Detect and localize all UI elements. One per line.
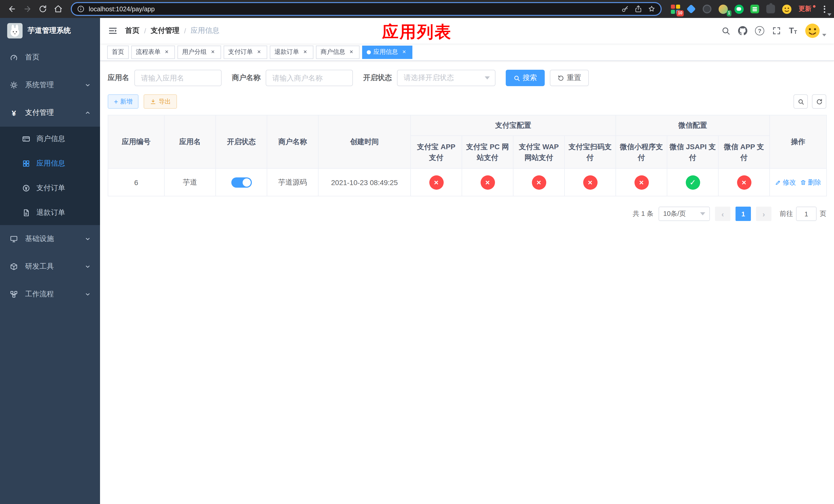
tab-home[interactable]: 首页 — [107, 45, 129, 59]
page-size-value: 10条/页 — [663, 209, 686, 219]
toggle-search-button[interactable] — [793, 94, 808, 109]
chevron-down-icon — [85, 291, 91, 297]
ext-grid-icon[interactable]: 10 — [670, 4, 681, 14]
chevron-down-icon — [85, 82, 91, 88]
ext-wechat-icon[interactable] — [733, 4, 744, 14]
fullscreen-icon[interactable] — [772, 26, 781, 36]
edit-link[interactable]: 修改 — [775, 178, 796, 187]
toolbar-right — [793, 94, 826, 109]
add-button[interactable]: + 新增 — [108, 94, 138, 109]
sidebar-item-label: 工作流程 — [25, 290, 78, 299]
col-header-alipay-qr: 支付宝扫码支付 — [565, 136, 616, 168]
col-header-created: 创建时间 — [318, 115, 411, 168]
tab-refund-orders[interactable]: 退款订单 × — [270, 45, 313, 59]
ext-puzzle-icon[interactable] — [765, 4, 776, 14]
extensions-area: 10 1 — [668, 4, 794, 14]
ext-avatar-icon[interactable]: 1 — [718, 4, 728, 14]
status-select[interactable]: 请选择开启状态 — [397, 70, 496, 86]
export-button[interactable]: 导出 — [144, 94, 177, 109]
status-cross-icon: × — [583, 175, 597, 189]
goto-page-input[interactable] — [796, 207, 816, 221]
sidebar-item-home[interactable]: 首页 — [0, 44, 100, 71]
sidebar-item-merchant-info[interactable]: 商户信息 — [0, 127, 100, 151]
tab-app-info[interactable]: 应用信息 × — [362, 45, 412, 59]
row-status-toggle[interactable] — [231, 177, 251, 187]
share-icon[interactable] — [635, 5, 642, 13]
refresh-table-button[interactable] — [812, 94, 826, 109]
question-glyph: ? — [758, 28, 761, 34]
tab-close-icon[interactable]: × — [209, 48, 216, 55]
next-page-button[interactable]: › — [756, 207, 771, 221]
tab-close-icon[interactable]: × — [302, 48, 309, 55]
forward-icon[interactable] — [21, 2, 34, 16]
page-number-1[interactable]: 1 — [736, 207, 751, 221]
address-bar[interactable]: localhost:1024/pay/app — [71, 2, 662, 16]
tab-process-form[interactable]: 流程表单 × — [131, 45, 175, 59]
status-select-placeholder: 请选择开启状态 — [404, 73, 454, 83]
reload-icon[interactable] — [36, 2, 49, 16]
ext-dark-circle-icon[interactable] — [702, 4, 712, 14]
group-header-alipay: 支付宝配置 — [411, 115, 616, 136]
sidebar-item-label: 基础设施 — [25, 234, 78, 244]
cell-wechat-jsapi-status: ✓ — [667, 168, 718, 196]
cell-status — [216, 168, 267, 196]
tab-close-icon[interactable]: × — [348, 48, 355, 55]
dashboard-icon — [9, 53, 19, 62]
browser-menu-icon[interactable] — [820, 3, 829, 15]
url-text[interactable]: localhost:1024/pay/app — [89, 5, 617, 13]
workflow-icon — [9, 290, 19, 298]
app-logo[interactable]: 芋道管理系统 — [0, 18, 100, 44]
tab-close-icon[interactable]: × — [401, 48, 408, 55]
sidebar-item-payment-orders[interactable]: 支付订单 — [0, 176, 100, 201]
help-icon[interactable]: ? — [755, 26, 764, 36]
status-cross-icon: × — [737, 175, 751, 189]
merchant-name-input[interactable] — [266, 70, 353, 86]
update-button[interactable]: 更新 — [796, 5, 818, 13]
password-key-icon[interactable] — [621, 5, 629, 13]
reset-button[interactable]: 重置 — [550, 70, 589, 86]
ext-gem-icon[interactable] — [686, 4, 697, 14]
header-search-icon[interactable] — [721, 26, 730, 36]
ext-notes-icon[interactable] — [749, 4, 760, 14]
delete-link[interactable]: 删除 — [800, 178, 821, 187]
user-avatar[interactable] — [805, 23, 826, 39]
sidebar-item-system[interactable]: 系统管理 — [0, 71, 100, 99]
status-label: 开启状态 — [363, 73, 392, 83]
download-icon — [150, 98, 156, 105]
font-size-icon[interactable]: TT — [789, 27, 797, 35]
breadcrumb-current: 应用信息 — [191, 26, 220, 36]
home-icon[interactable] — [51, 2, 65, 16]
cell-actions: 修改 删除 — [770, 168, 827, 196]
page-size-select[interactable]: 10条/页 — [659, 207, 710, 221]
ext-emoji-icon[interactable] — [781, 4, 792, 14]
tags-view: 首页 流程表单 × 用户分组 × 支付订单 × 退款订单 × 商户信息 × 应用… — [100, 44, 834, 61]
col-header-alipay-app: 支付宝 APP 支付 — [411, 136, 462, 168]
reset-button-label: 重置 — [567, 73, 581, 83]
sidebar-item-app-info[interactable]: 应用信息 — [0, 151, 100, 176]
profile-caret-icon[interactable] — [827, 13, 831, 16]
bookmark-star-icon[interactable] — [648, 5, 656, 13]
search-button-label: 搜索 — [523, 73, 537, 83]
sidebar-item-workflow[interactable]: 工作流程 — [0, 280, 100, 308]
credit-card-icon — [22, 135, 31, 143]
sidebar-item-payment[interactable]: ¥ 支付管理 — [0, 99, 100, 127]
tab-user-group[interactable]: 用户分组 × — [177, 45, 221, 59]
sidebar-item-infrastructure[interactable]: 基础设施 — [0, 225, 100, 253]
sidebar-fold-icon[interactable] — [108, 26, 118, 36]
tab-merchant-info[interactable]: 商户信息 × — [316, 45, 359, 59]
tab-close-icon[interactable]: × — [256, 48, 263, 55]
sidebar-item-refund-orders[interactable]: 退款订单 — [0, 201, 100, 225]
prev-page-button[interactable]: ‹ — [715, 207, 730, 221]
avatar-caret-icon — [822, 34, 826, 37]
tab-close-icon[interactable]: × — [163, 48, 170, 55]
cell-alipay-app-status: × — [411, 168, 462, 196]
tab-payment-orders[interactable]: 支付订单 × — [224, 45, 267, 59]
site-info-icon[interactable] — [77, 5, 85, 13]
github-icon[interactable] — [738, 26, 747, 36]
app-name-input[interactable] — [134, 70, 222, 86]
back-icon[interactable] — [5, 2, 19, 16]
breadcrumb-home[interactable]: 首页 — [125, 26, 139, 36]
search-button[interactable]: 搜索 — [506, 70, 545, 86]
breadcrumb-payment[interactable]: 支付管理 — [151, 26, 179, 36]
sidebar-item-dev-tools[interactable]: 研发工具 — [0, 253, 100, 280]
